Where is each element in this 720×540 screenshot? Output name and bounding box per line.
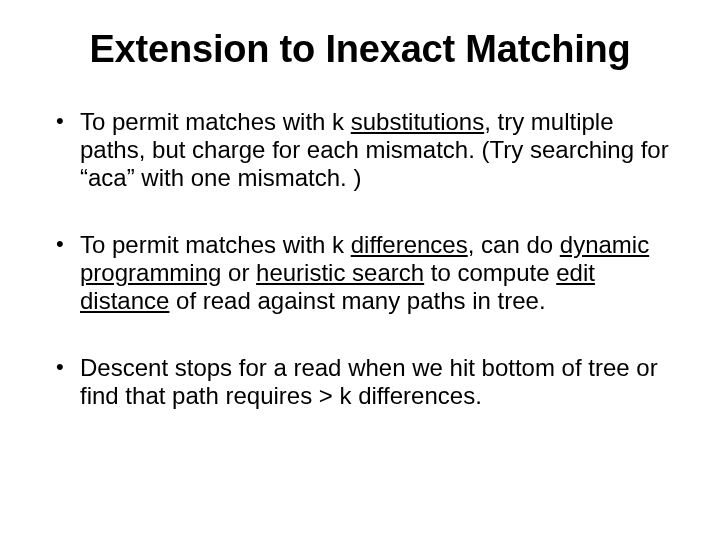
underlined-term: differences xyxy=(351,231,468,258)
bullet-list: To permit matches with k substitutions, … xyxy=(50,108,670,411)
slide: Extension to Inexact Matching To permit … xyxy=(0,0,720,540)
text-run: Descent stops for a read when we hit bot… xyxy=(80,354,658,409)
text-run: or xyxy=(221,259,256,286)
text-run: of read against many paths in tree. xyxy=(169,287,545,314)
bullet-item: To permit matches with k substitutions, … xyxy=(50,108,670,193)
underlined-term: substitutions xyxy=(351,108,484,135)
bullet-item: To permit matches with k differences, ca… xyxy=(50,231,670,316)
text-run: to compute xyxy=(424,259,556,286)
text-run: To permit matches with k xyxy=(80,231,351,258)
text-run: To permit matches with k xyxy=(80,108,351,135)
text-run: , can do xyxy=(468,231,560,258)
bullet-item: Descent stops for a read when we hit bot… xyxy=(50,354,670,411)
slide-title: Extension to Inexact Matching xyxy=(50,28,670,72)
underlined-term: heuristic search xyxy=(256,259,424,286)
